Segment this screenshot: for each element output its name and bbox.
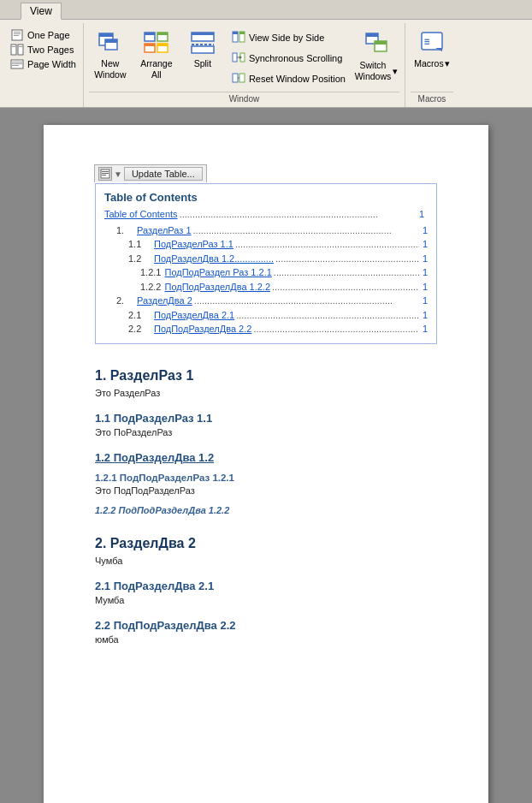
view-side-by-side-icon — [232, 31, 245, 45]
toc-entry-2-2: 2.2 ПодПодРазделДва 2.2 ................… — [104, 322, 428, 336]
document-view-options: One Page Two Pages — [9, 25, 78, 71]
synchronous-scrolling-button[interactable]: Synchronous Scrolling — [228, 49, 350, 68]
macros-button[interactable]: ≡ Macros ▾ — [411, 25, 453, 81]
section-1-2-2-heading: 1.2.2 ПодПодРазделДва 1.2.2 — [95, 505, 437, 515]
view-side-by-side-button[interactable]: View Side by Side — [228, 28, 350, 47]
svg-rect-15 — [105, 39, 117, 43]
dropdown-arrow-icon: ▾ — [393, 66, 398, 76]
reset-window-icon — [232, 72, 245, 86]
toc-box: Table of Contents Table of Contents ....… — [95, 183, 437, 344]
section-1-2-heading: 1.2 ПодРазделДва 1.2 — [95, 451, 437, 464]
ribbon-body: One Page Two Pages — [0, 19, 532, 107]
page-width-icon — [10, 58, 24, 70]
toc-container: ▼ Update Table... Table of Contents Tabl… — [95, 183, 437, 344]
svg-rect-19 — [157, 33, 168, 35]
new-window-button[interactable]: New Window — [89, 25, 132, 82]
svg-text:≡: ≡ — [424, 36, 430, 47]
new-window-icon — [97, 29, 124, 57]
two-pages-button[interactable]: Two Pages — [9, 43, 78, 57]
section-2-1-body: Мумба — [95, 594, 437, 607]
section-macros: ≡ Macros ▾ Macros — [405, 23, 458, 107]
arrange-all-icon — [143, 29, 170, 57]
tab-file[interactable] — [2, 2, 21, 19]
sync-scroll-icon — [232, 51, 245, 65]
one-page-button[interactable]: One Page — [9, 28, 78, 42]
one-page-icon — [10, 29, 24, 41]
toc-entry-2-1: 2.1 ПодРазделДва 2.1 ...................… — [104, 308, 428, 323]
svg-rect-2 — [14, 33, 21, 34]
macros-section-label: Macros — [411, 92, 453, 104]
arrange-all-button[interactable]: Arrange All — [135, 25, 178, 82]
section-2-1-heading: 2.1 ПодРазделДва 2.1 — [95, 580, 437, 592]
document-views-content: One Page Two Pages — [9, 25, 78, 100]
svg-rect-9 — [12, 62, 22, 62]
svg-rect-29 — [233, 32, 238, 34]
section-1-1-heading: 1.1 ПодРазделРаз 1.1 — [95, 412, 437, 425]
svg-rect-23 — [157, 44, 168, 46]
svg-rect-49 — [102, 175, 106, 175]
section-2-2-body: юмба — [95, 633, 437, 646]
toc-toolbar-separator: ▼ — [114, 170, 122, 179]
svg-rect-7 — [19, 46, 22, 47]
toc-entry-2: 2. РазделДва 2 .........................… — [104, 294, 428, 308]
svg-rect-31 — [239, 32, 245, 34]
section-2-heading: 2. РазделДва 2 — [95, 536, 437, 551]
section-1-1-body: Это ПоРазделРаз — [95, 426, 437, 439]
ribbon: View One Pa — [0, 0, 532, 108]
svg-rect-32 — [233, 53, 237, 62]
svg-rect-47 — [102, 171, 109, 172]
toc-toolbar: ▼ Update Table... — [94, 164, 207, 182]
svg-rect-48 — [102, 173, 109, 174]
two-pages-icon — [10, 44, 24, 56]
section-1-2-1-heading: 1.2.1 ПодПодРазделРаз 1.2.1 — [95, 473, 437, 483]
section-2-2-heading: 2.2 ПодПодРазделДва 2.2 — [95, 619, 437, 632]
svg-rect-21 — [145, 44, 155, 46]
toc-title: Table of Contents — [104, 191, 428, 204]
switch-windows-button[interactable]: Switch Windows ▾ — [353, 25, 399, 84]
svg-rect-5 — [18, 45, 23, 55]
section-document-views: One Page Two Pages — [3, 23, 84, 107]
toc-entry-1: 1. РазделРаз 1 .........................… — [104, 223, 428, 238]
svg-rect-11 — [12, 65, 19, 66]
svg-rect-10 — [12, 63, 22, 64]
svg-rect-13 — [99, 33, 113, 37]
svg-rect-25 — [192, 33, 214, 35]
window-section-label: Window — [89, 92, 399, 104]
split-icon — [189, 29, 216, 57]
document-page: ▼ Update Table... Table of Contents Tabl… — [44, 125, 488, 803]
switch-windows-icon — [363, 29, 390, 58]
split-button[interactable]: Split — [181, 25, 224, 81]
svg-rect-40 — [366, 33, 378, 37]
toc-entry-1-2-1: 1.2.1 ПодПодРаздел Раз 1.2.1 ...........… — [104, 265, 428, 280]
toc-entry-1-1: 1.1 ПодРазделРаз 1.1 ...................… — [104, 237, 428, 252]
svg-rect-1 — [14, 32, 21, 33]
macros-dropdown-icon: ▾ — [445, 58, 450, 68]
toc-icon-button[interactable] — [98, 167, 112, 181]
side-by-side-group: View Side by Side Synchronous Scrolling — [228, 25, 350, 88]
svg-rect-27 — [192, 46, 214, 53]
svg-rect-36 — [233, 74, 238, 82]
section-1-2-1-body: Это ПодПодРазделРаз — [95, 485, 437, 497]
window-content: New Window — [89, 25, 399, 88]
svg-rect-4 — [11, 45, 16, 55]
document-area: ▼ Update Table... Table of Contents Tabl… — [0, 108, 532, 803]
section-1-heading: 1. РазделРаз 1 — [95, 368, 437, 384]
svg-rect-37 — [239, 74, 245, 82]
section-window: New Window — [84, 23, 405, 107]
section-1-body: Это РазделРаз — [95, 387, 437, 400]
tab-view[interactable]: View — [21, 3, 62, 20]
section-2-body: Чумба — [95, 555, 437, 568]
macros-content: ≡ Macros ▾ — [411, 25, 453, 88]
toc-entry-1-2: 1.2 ПодРазделДва 1.2............... ....… — [104, 252, 428, 266]
svg-rect-42 — [375, 41, 387, 45]
ribbon-tabs: View — [0, 0, 532, 19]
svg-rect-3 — [14, 35, 19, 36]
toc-entry-toc: Table of Contents ......................… — [104, 207, 428, 222]
svg-rect-6 — [12, 46, 15, 47]
update-table-button[interactable]: Update Table... — [124, 167, 203, 181]
reset-window-position-button[interactable]: Reset Window Position — [228, 69, 350, 88]
macros-icon: ≡ — [418, 29, 446, 57]
svg-rect-17 — [145, 33, 155, 35]
toc-entry-1-2-2: 1.2.2 ПодПодРазделДва 1.2.2 ............… — [104, 280, 428, 294]
page-width-button[interactable]: Page Width — [9, 57, 78, 71]
